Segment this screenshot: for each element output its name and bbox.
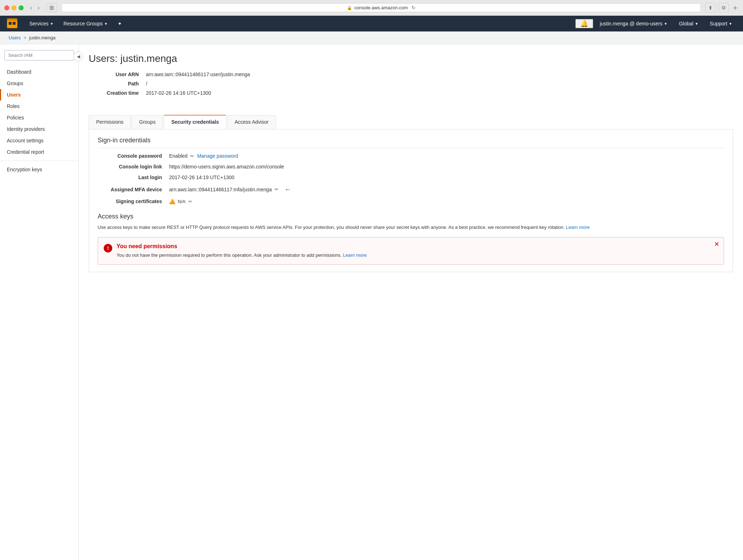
access-keys-learn-more-link[interactable]: Learn more <box>566 225 590 230</box>
user-arn-label: User ARN <box>89 72 139 77</box>
support-label: Support <box>710 21 727 26</box>
new-tab-button[interactable]: ⧉ <box>719 3 729 13</box>
region-label: Global <box>679 21 693 26</box>
lock-icon: 🔒 <box>347 5 352 10</box>
sidebar-item-identity-providers[interactable]: Identity providers <box>0 123 78 135</box>
manage-password-link[interactable]: Manage password <box>197 153 238 159</box>
signing-certs-row: Signing certificates N/A ✏ <box>98 198 724 204</box>
page-content: Users: justin.menga User ARN arn:aws:iam… <box>79 44 743 281</box>
services-arrow: ▼ <box>50 22 54 26</box>
last-login-row: Last login 2017-02-26 14:19 UTC+1300 <box>98 175 724 180</box>
share-button[interactable]: ⬆ <box>705 3 716 13</box>
nav-right-section: 🔔 justin.menga @ demo-users ▼ Global ▼ S… <box>575 16 737 31</box>
sidebar-item-encryption-keys[interactable]: Encryption keys <box>0 164 78 175</box>
notifications-button[interactable]: 🔔 <box>575 19 593 28</box>
user-info-section: User ARN arn:aws:iam::094411466117:user/… <box>89 72 733 107</box>
tab-content-security-credentials: Sign-in credentials Console password Ena… <box>89 129 733 272</box>
add-tab-button[interactable]: ＋ <box>732 3 739 13</box>
last-login-value: 2017-02-26 14:19 UTC+1300 <box>169 175 235 180</box>
services-menu[interactable]: Services ▼ <box>24 16 59 31</box>
tab-groups[interactable]: Groups <box>132 115 163 129</box>
user-creation-time-row: Creation time 2017-02-26 14:16 UTC+1300 <box>89 90 733 96</box>
sidebar: ◀ Dashboard Groups Users Roles Policies … <box>0 44 79 560</box>
tab-security-credentials[interactable]: Security credentials <box>164 115 226 129</box>
browser-window-controls <box>4 5 24 10</box>
permission-error-desc: You do not have the permission required … <box>117 252 718 259</box>
support-arrow: ▼ <box>729 22 732 26</box>
sidebar-collapse-button[interactable]: ◀ <box>73 51 83 62</box>
minimize-window-button[interactable] <box>11 5 16 10</box>
console-login-link-row: Console login link https://demo-users.si… <box>98 164 724 170</box>
error-icon: ! <box>104 244 112 252</box>
address-bar[interactable]: 🔒 console.aws.amazon.com ↻ <box>61 3 701 12</box>
bookmarks-button[interactable]: ✦ <box>113 16 127 31</box>
sidebar-item-roles[interactable]: Roles <box>0 100 78 112</box>
sidebar-item-credential-report[interactable]: Credential report <box>0 146 78 158</box>
user-creation-time-value: 2017-02-26 14:16 UTC+1300 <box>146 90 211 96</box>
svg-rect-0 <box>7 20 18 28</box>
user-creation-time-label: Creation time <box>89 90 139 96</box>
user-menu[interactable]: justin.menga @ demo-users ▼ <box>595 16 672 31</box>
main-layout: ◀ Dashboard Groups Users Roles Policies … <box>0 44 743 560</box>
assigned-mfa-arn: arn:aws:iam::094411466117:mfa/justin.men… <box>169 187 272 192</box>
user-arrow: ▼ <box>664 22 668 26</box>
refresh-icon[interactable]: ↻ <box>412 5 415 10</box>
user-arn-row: User ARN arn:aws:iam::094411466117:user/… <box>89 72 733 77</box>
close-window-button[interactable] <box>4 5 9 10</box>
sidebar-item-policies[interactable]: Policies <box>0 112 78 123</box>
back-button[interactable]: ‹ <box>28 4 34 12</box>
console-login-link-label: Console login link <box>98 164 162 170</box>
tab-security-credentials-label: Security credentials <box>171 119 219 125</box>
tab-permissions-label: Permissions <box>96 119 123 125</box>
browser-chrome: ‹ › ⊞ 🔒 console.aws.amazon.com ↻ ⬆ ⧉ ＋ <box>0 0 743 16</box>
breadcrumb: Users > justin.menga <box>9 35 734 40</box>
console-password-status: Enabled <box>169 153 187 159</box>
user-arn-value: arn:aws:iam::094411466117:user/justin.me… <box>146 72 250 77</box>
search-input[interactable] <box>4 50 74 60</box>
support-menu[interactable]: Support ▼ <box>705 16 737 31</box>
access-keys-section: Access keys Use access keys to make secu… <box>98 213 724 265</box>
aws-logo[interactable] <box>6 17 19 30</box>
assigned-mfa-edit-icon[interactable]: ✏ <box>275 187 279 192</box>
assigned-mfa-value: arn:aws:iam::094411466117:mfa/justin.men… <box>169 185 291 193</box>
permission-error-learn-more-link[interactable]: Learn more <box>343 252 366 258</box>
permission-error-box: ! You need permissions You do not have t… <box>98 237 724 265</box>
access-keys-desc-text: Use access keys to make secure REST or H… <box>98 225 565 230</box>
user-path-label: Path <box>89 81 139 87</box>
sidebar-item-groups[interactable]: Groups <box>0 78 78 89</box>
browser-nav-buttons: ‹ › <box>28 4 42 12</box>
console-password-edit-icon[interactable]: ✏ <box>190 153 194 159</box>
red-arrow-icon: ← <box>284 185 291 193</box>
tab-permissions[interactable]: Permissions <box>89 115 131 129</box>
permission-error-desc-text: You do not have the permission required … <box>117 252 342 258</box>
console-password-label: Console password <box>98 153 162 159</box>
aws-top-nav: Services ▼ Resource Groups ▼ ✦ 🔔 justin.… <box>0 16 743 31</box>
warning-triangle-icon <box>169 198 176 204</box>
assigned-mfa-row: Assigned MFA device arn:aws:iam::0944114… <box>98 185 724 193</box>
maximize-window-button[interactable] <box>19 5 24 10</box>
permission-error-content: You need permissions You do not have the… <box>117 243 718 259</box>
console-login-link-value: https://demo-users.signin.aws.amazon.com… <box>169 164 284 170</box>
sidebar-item-users[interactable]: Users <box>0 89 78 100</box>
sidebar-toggle-button[interactable]: ⊞ <box>46 3 57 12</box>
signing-certs-edit-icon[interactable]: ✏ <box>188 199 192 204</box>
forward-button[interactable]: › <box>35 4 41 12</box>
signing-certs-status: N/A <box>178 199 186 204</box>
breadcrumb-users-link[interactable]: Users <box>9 35 21 40</box>
sidebar-item-account-settings[interactable]: Account settings <box>0 135 78 146</box>
last-login-date: 2017-02-26 14:19 UTC+1300 <box>169 175 235 180</box>
sidebar-divider <box>0 161 78 161</box>
resource-groups-menu[interactable]: Resource Groups ▼ <box>59 16 113 31</box>
signing-certs-label: Signing certificates <box>98 198 162 204</box>
page-title-prefix: Users: <box>89 53 118 64</box>
tab-groups-label: Groups <box>139 119 156 125</box>
tabs: Permissions Groups Security credentials … <box>89 115 733 129</box>
star-icon: ✦ <box>118 21 122 26</box>
tab-access-advisor[interactable]: Access Advisor <box>227 115 276 129</box>
browser-action-buttons: ⬆ ⧉ ＋ <box>705 3 739 13</box>
region-menu[interactable]: Global ▼ <box>674 16 703 31</box>
sidebar-item-dashboard[interactable]: Dashboard <box>0 66 78 78</box>
permission-error-close-button[interactable]: ✕ <box>714 240 719 248</box>
console-password-row: Console password Enabled ✏ Manage passwo… <box>98 153 724 159</box>
page-title: Users: justin.menga <box>89 53 733 64</box>
